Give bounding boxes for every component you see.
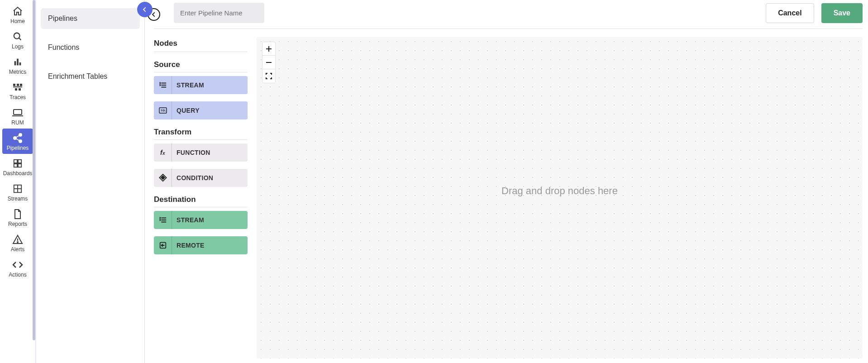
node-transform-condition[interactable]: CONDITION [154,169,248,187]
svg-point-0 [14,33,20,39]
canvas-controls [262,42,276,83]
collapse-sidebar-button[interactable] [137,2,153,17]
stream-icon [154,211,172,229]
section-title-destination: Destination [154,195,248,207]
pipeline-canvas[interactable]: Drag and drop nodes here [257,37,863,358]
stream-icon [154,76,172,94]
svg-rect-2 [14,61,16,65]
node-source-query[interactable]: SQL QUERY [154,101,248,119]
svg-point-15 [19,140,22,143]
nav-label: Dashboards [3,170,33,177]
node-label: STREAM [172,81,248,89]
sub-tab-enrichment[interactable]: Enrichment Tables [41,66,140,87]
svg-point-13 [14,137,16,139]
nav-item-dashboards[interactable]: Dashboards [2,154,33,179]
svg-rect-8 [13,86,22,87]
nav-scroll-indicator [33,0,35,340]
table-icon [12,183,24,195]
sub-tab-label: Pipelines [48,14,77,22]
svg-rect-5 [13,84,15,86]
node-dest-remote[interactable]: REMOTE [154,236,248,254]
home-icon [12,5,24,17]
nav-item-metrics[interactable]: Metrics [2,53,33,78]
nav-item-logs[interactable]: Logs [2,27,33,53]
nav-label: Metrics [9,69,27,75]
bar-chart-icon [12,56,24,68]
nav-label: Actions [9,272,26,278]
sub-tab-label: Functions [48,43,79,51]
nav-label: Streams [8,196,28,202]
svg-rect-33 [161,176,165,180]
svg-rect-11 [14,110,22,115]
document-icon [12,208,24,220]
search-icon [12,31,24,43]
nav-label: Home [10,18,25,24]
editor-row: Nodes Source STREAM SQL QUERY Transform [154,29,863,363]
nav-label: Reports [8,221,27,227]
nav-item-reports[interactable]: Reports [2,205,33,230]
zoom-in-button[interactable] [262,42,275,56]
warning-icon [12,234,24,245]
nav-item-pipelines[interactable]: Pipelines [2,129,33,154]
svg-point-26 [17,242,18,243]
node-source-stream[interactable]: STREAM [154,76,248,94]
condition-icon [154,169,172,187]
query-icon: SQL [154,101,172,119]
nav-item-alerts[interactable]: Alerts [2,230,33,255]
pipeline-name-input[interactable] [174,3,264,23]
nav-item-traces[interactable]: Traces [2,78,33,103]
section-title-transform: Transform [154,128,248,140]
svg-rect-3 [17,59,19,66]
svg-rect-9 [15,88,17,91]
node-label: QUERY [172,107,248,114]
nav-rail: Home Logs Metrics Traces RUM [0,0,36,363]
main-area: Cancel Save Nodes Source STREAM SQL [145,0,868,363]
topbar: Cancel Save [154,3,863,29]
svg-rect-18 [14,160,17,163]
nav-item-rum[interactable]: RUM [2,103,33,129]
svg-line-1 [19,38,21,40]
svg-text:SQL: SQL [161,109,166,112]
zoom-out-button[interactable] [262,56,275,69]
node-label: STREAM [172,216,248,224]
svg-rect-21 [18,164,21,167]
nodes-title: Nodes [154,39,248,52]
sub-sidebar: Pipelines Functions Enrichment Tables [36,0,145,363]
sub-tab-label: Enrichment Tables [48,72,107,80]
nav-label: Pipelines [7,145,29,151]
sub-tab-functions[interactable]: Functions [41,37,140,58]
nav-item-actions[interactable]: Actions [2,255,33,281]
canvas-hint: Drag and drop nodes here [257,185,863,197]
svg-rect-7 [20,84,22,86]
section-title-source: Source [154,60,248,72]
save-button[interactable]: Save [821,3,863,23]
svg-rect-20 [14,164,17,167]
node-transform-function[interactable]: fx FUNCTION [154,143,248,162]
nav-item-streams[interactable]: Streams [2,179,33,205]
node-dest-stream[interactable]: STREAM [154,211,248,229]
nodes-panel: Nodes Source STREAM SQL QUERY Transform [154,29,251,363]
share-nodes-icon [12,132,24,144]
svg-line-17 [16,139,19,141]
svg-rect-4 [19,62,21,65]
code-icon [12,259,24,271]
grid-icon [12,158,24,169]
cancel-button[interactable]: Cancel [766,3,814,23]
nav-label: Alerts [11,246,25,253]
svg-rect-10 [19,88,21,91]
nav-label: RUM [11,119,24,126]
nav-label: Traces [10,94,26,100]
nav-item-home[interactable]: Home [2,2,33,27]
traces-icon [12,81,24,93]
svg-line-16 [16,136,19,138]
svg-rect-19 [18,160,21,163]
laptop-icon [12,107,24,119]
node-label: REMOTE [172,242,248,249]
remote-icon [154,236,172,254]
sub-tab-pipelines[interactable]: Pipelines [41,8,140,29]
node-label: FUNCTION [172,149,248,156]
node-label: CONDITION [172,174,248,182]
nav-label: Logs [12,43,24,50]
fit-view-button[interactable] [262,69,275,83]
svg-point-14 [19,134,22,136]
